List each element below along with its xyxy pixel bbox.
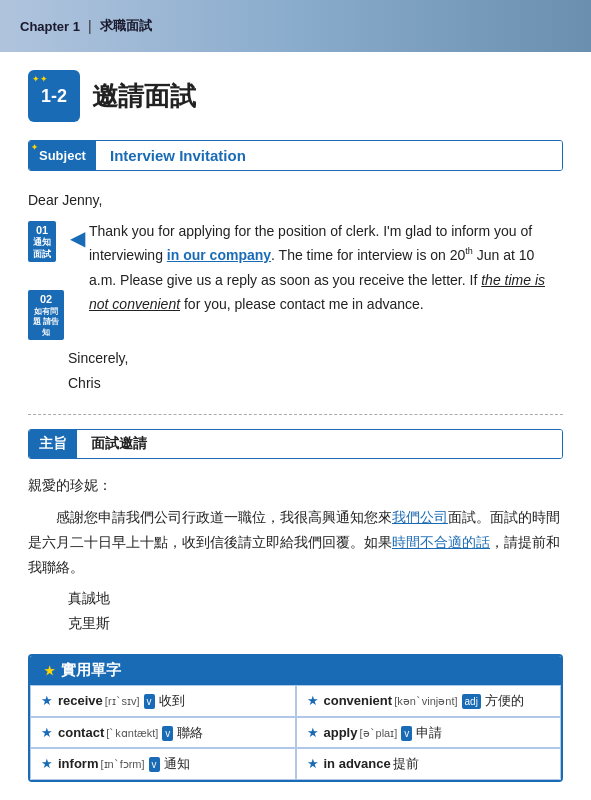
vocab-header: ★ 實用單字	[30, 656, 561, 685]
vocab-type-inform: v	[149, 757, 160, 772]
vocab-meaning-contact: 聯絡	[177, 723, 203, 743]
vocab-word-receive: receive	[58, 691, 103, 711]
vocab-phonetic-convenient: [kənˋvinjənt]	[394, 693, 457, 710]
lesson-title-row: ✦✦ 1-2 邀請面試	[28, 70, 563, 122]
vocab-entry-apply: ★ apply [əˋplaɪ] v 申請	[307, 723, 551, 743]
side-label-01-line2: 面試	[33, 249, 51, 259]
vocab-entry-contact: ★ contact [ˋkɑntækt] v 聯絡	[41, 723, 285, 743]
vocab-meaning-receive: 收到	[159, 691, 185, 711]
side-label-02-line2: 請告知	[42, 317, 59, 336]
para1-underline: in our company	[167, 247, 271, 263]
vocab-type-receive: v	[144, 694, 155, 709]
vocab-star-5: ★	[41, 754, 53, 774]
side-label-02-badge: 02 如有問題 請告知	[28, 290, 64, 339]
vocab-star-6: ★	[307, 754, 319, 774]
letter-greeting: Dear Jenny,	[28, 189, 563, 213]
side-label-02: 02 如有問題 請告知	[28, 290, 64, 339]
vocab-word-inform: inform	[58, 754, 98, 774]
vocab-word-in-advance: in advance	[324, 754, 391, 774]
letter-body: Dear Jenny, 01 通知 面試 02 如有問題 請告知	[28, 189, 563, 396]
vocab-cell-inform: ★ inform [ɪnˋfɔrm] v 通知	[30, 748, 296, 780]
vocab-phonetic-inform: [ɪnˋfɔrm]	[100, 756, 144, 773]
lesson-badge-number: 1-2	[41, 87, 67, 105]
chinese-signature: 克里斯	[68, 611, 563, 636]
chinese-para-text1: 感謝您申請我們公司行政道一職位，我很高興通知您來	[56, 509, 392, 525]
vocab-star-2: ★	[307, 691, 319, 711]
side-labels-container: 01 通知 面試 02 如有問題 請告知	[28, 221, 64, 340]
chapter-label: Chapter 1	[20, 19, 80, 34]
chinese-para-link2: 時間不合適的話	[392, 534, 490, 550]
vocab-phonetic-contact: [ˋkɑntækt]	[106, 725, 158, 742]
para1-text3: for you, please contact me in advance.	[180, 296, 424, 312]
mainpoint-bar: 主旨 面試邀請	[28, 429, 563, 459]
vocab-cell-convenient: ★ convenient [kənˋvinjənt] adj 方便的	[296, 685, 562, 717]
chinese-closing-text: 真誠地	[68, 586, 563, 611]
letter-paragraphs: Thank you for applying for the position …	[89, 219, 563, 317]
vocab-type-contact: v	[162, 726, 173, 741]
subject-tag-label: Subject	[39, 148, 86, 163]
vocab-star-4: ★	[307, 723, 319, 743]
lesson-badge: ✦✦ 1-2	[28, 70, 80, 122]
page-header: Chapter 1 | 求職面試	[0, 0, 591, 52]
vocab-section: ★ 實用單字 ★ receive [rɪˋsɪv] v 收到 ★ conveni…	[28, 654, 563, 782]
side-label-01-line1: 通知	[33, 237, 51, 247]
chinese-closing: 真誠地 克里斯	[68, 586, 563, 636]
vocab-cell-contact: ★ contact [ˋkɑntækt] v 聯絡	[30, 717, 296, 749]
vocab-meaning-in-advance: 提前	[393, 754, 419, 774]
chinese-paragraph: 感謝您申請我們公司行政道一職位，我很高興通知您來我們公司面試。面試的時間是六月二…	[28, 505, 563, 581]
vocab-header-star: ★	[44, 664, 55, 678]
chapter-divider: |	[88, 18, 92, 34]
letter-content-block: 01 通知 面試 02 如有問題 請告知 ◀ Th	[28, 219, 563, 340]
letter-paragraph-1: Thank you for applying for the position …	[89, 219, 563, 317]
vocab-star-3: ★	[41, 723, 53, 743]
vocab-cell-receive: ★ receive [rɪˋsɪv] v 收到	[30, 685, 296, 717]
vocab-word-convenient: convenient	[324, 691, 393, 711]
vocab-phonetic-receive: [rɪˋsɪv]	[105, 693, 140, 710]
vocab-word-contact: contact	[58, 723, 104, 743]
vocab-entry-inform: ★ inform [ɪnˋfɔrm] v 通知	[41, 754, 285, 774]
subject-bar: ✦ Subject Interview Invitation	[28, 140, 563, 171]
side-label-01-badge: 01 通知 面試	[28, 221, 56, 263]
chapter-chinese: 求職面試	[100, 17, 152, 35]
vocab-cell-in-advance: ★ in advance 提前	[296, 748, 562, 780]
vocab-cell-apply: ★ apply [əˋplaɪ] v 申請	[296, 717, 562, 749]
vocab-type-convenient: adj	[462, 694, 481, 709]
subject-star: ✦	[31, 143, 38, 152]
side-label-01: 01 通知 面試	[28, 221, 64, 263]
badge-stars: ✦✦	[32, 74, 48, 84]
subject-content: Interview Invitation	[96, 141, 562, 170]
mainpoint-content: 面試邀請	[77, 430, 562, 458]
dashed-divider	[28, 414, 563, 415]
vocab-type-apply: v	[401, 726, 412, 741]
vocab-entry-convenient: ★ convenient [kənˋvinjənt] adj 方便的	[307, 691, 551, 711]
page-footer: 022 🖥	[0, 792, 591, 800]
side-label-02-num: 02	[31, 292, 61, 306]
vocab-meaning-convenient: 方便的	[485, 691, 524, 711]
vocab-header-label: 實用單字	[61, 661, 121, 680]
letter-closing-text: Sincerely,	[68, 346, 563, 371]
letter-closing: Sincerely, Chris	[68, 346, 563, 396]
vocab-meaning-inform: 通知	[164, 754, 190, 774]
chinese-body: 親愛的珍妮： 感謝您申請我們公司行政道一職位，我很高興通知您來我們公司面試。面試…	[28, 473, 563, 636]
mainpoint-tag: 主旨	[29, 430, 77, 458]
vocab-grid: ★ receive [rɪˋsɪv] v 收到 ★ convenient [kə…	[30, 685, 561, 780]
vocab-word-apply: apply	[324, 723, 358, 743]
vocab-phonetic-apply: [əˋplaɪ]	[359, 725, 397, 742]
lesson-title-chinese: 邀請面試	[92, 79, 196, 114]
letter-signature: Chris	[68, 371, 563, 396]
content-area: ✦✦ 1-2 邀請面試 ✦ Subject Interview Invitati…	[0, 52, 591, 792]
chinese-para-link1: 我們公司	[392, 509, 448, 525]
vocab-entry-receive: ★ receive [rɪˋsɪv] v 收到	[41, 691, 285, 711]
side-label-01-num: 01	[31, 223, 53, 237]
vocab-entry-in-advance: ★ in advance 提前	[307, 754, 551, 774]
vocab-star-1: ★	[41, 691, 53, 711]
vocab-meaning-apply: 申請	[416, 723, 442, 743]
chinese-greeting: 親愛的珍妮：	[28, 473, 563, 498]
arrow-icon: ◀	[70, 221, 85, 255]
subject-tag: ✦ Subject	[29, 141, 96, 170]
